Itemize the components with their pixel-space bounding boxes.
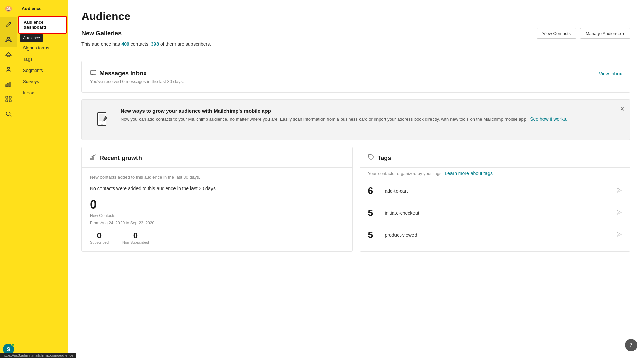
sidebar-item-audience-dashboard[interactable]: Audience dashboard bbox=[18, 16, 67, 34]
recent-growth-title: Recent growth bbox=[99, 155, 142, 162]
svg-point-28 bbox=[369, 156, 370, 157]
svg-point-20 bbox=[6, 112, 10, 116]
non-subscribed-label: Non-Subscribed bbox=[122, 240, 149, 244]
svg-rect-16 bbox=[6, 96, 8, 98]
banner-title: New ways to grow your audience with Mail… bbox=[121, 108, 622, 114]
messages-inbox-card: Messages Inbox View Inbox You've receive… bbox=[81, 61, 630, 93]
nav-icon-apps[interactable] bbox=[0, 92, 17, 106]
sidebar-item-segments[interactable]: Segments bbox=[18, 65, 67, 76]
manage-audience-button[interactable]: Manage Audience ▾ bbox=[580, 28, 630, 39]
see-how-it-works-link[interactable]: See how it works. bbox=[530, 116, 567, 122]
recent-growth-no-contacts: No contacts were added to this audience … bbox=[90, 185, 344, 192]
nav-icon-search[interactable] bbox=[0, 106, 17, 121]
audience-header: New Galleries View Contacts Manage Audie… bbox=[81, 28, 630, 39]
recent-growth-subtitle: New contacts added to this audience in t… bbox=[90, 175, 344, 180]
banner-content: New ways to grow your audience with Mail… bbox=[121, 108, 622, 123]
svg-point-24 bbox=[101, 124, 103, 125]
tag-send-icon-0[interactable] bbox=[617, 187, 622, 194]
tags-card-title: Tags bbox=[378, 155, 391, 162]
nav-icon-automations[interactable] bbox=[0, 62, 17, 77]
recent-growth-header: Recent growth bbox=[82, 147, 352, 168]
subscribers-count[interactable]: 398 bbox=[151, 41, 159, 47]
svg-point-5 bbox=[7, 8, 8, 9]
help-button[interactable]: ? bbox=[625, 339, 637, 351]
svg-point-12 bbox=[7, 67, 10, 69]
recent-growth-card: Recent growth New contacts added to this… bbox=[81, 147, 353, 252]
nav-icon-campaigns[interactable] bbox=[0, 47, 17, 62]
contacts-count[interactable]: 409 bbox=[122, 41, 129, 47]
learn-more-tags-link[interactable]: Learn more about tags bbox=[445, 171, 493, 176]
svg-point-6 bbox=[10, 8, 10, 9]
main-content: Audience New Galleries View Contacts Man… bbox=[68, 0, 644, 358]
banner-close-button[interactable]: ✕ bbox=[620, 105, 625, 113]
svg-point-8 bbox=[10, 8, 12, 10]
messages-inbox-title: Messages Inbox bbox=[99, 70, 147, 77]
recent-growth-stats-row: 0 Subscribed 0 Non-Subscribed bbox=[90, 231, 344, 244]
tags-subtitle: Your contacts, organized by your tags. bbox=[368, 171, 443, 176]
subscribed-num: 0 bbox=[90, 231, 109, 240]
svg-point-9 bbox=[7, 37, 10, 39]
audience-stats: This audience has 409 contacts. 398 of t… bbox=[81, 41, 630, 54]
tag-send-icon-2[interactable] bbox=[617, 232, 622, 238]
nav-icon-audience[interactable] bbox=[0, 32, 17, 47]
svg-rect-17 bbox=[9, 96, 11, 98]
tags-card: Tags Your contacts, organized by your ta… bbox=[360, 147, 631, 252]
non-subscribed-stat: 0 Non-Subscribed bbox=[122, 231, 149, 244]
sidebar-item-signup-forms[interactable]: Signup forms bbox=[18, 42, 67, 54]
audience-actions: View Contacts Manage Audience ▾ bbox=[537, 28, 630, 39]
recent-growth-date: From Aug 24, 2020 to Sep 23, 2020 bbox=[90, 221, 344, 225]
tag-name-0: add-to-cart bbox=[385, 188, 617, 194]
tag-count-2: 5 bbox=[368, 230, 385, 240]
icon-bar: S bbox=[0, 0, 17, 358]
tag-icon bbox=[368, 154, 375, 162]
view-inbox-link[interactable]: View Inbox bbox=[599, 71, 622, 76]
messages-inbox-header: Messages Inbox View Inbox bbox=[90, 69, 622, 78]
sidebar: Audience Audience dashboard Audience Sig… bbox=[17, 0, 68, 358]
svg-rect-21 bbox=[91, 70, 96, 74]
avatar-badge bbox=[11, 343, 15, 346]
audience-tooltip: Audience bbox=[20, 34, 43, 42]
svg-rect-14 bbox=[7, 83, 8, 87]
tag-count-0: 6 bbox=[368, 185, 385, 196]
tag-row-2: 5 product-viewed bbox=[360, 224, 630, 246]
svg-rect-19 bbox=[9, 100, 11, 102]
recent-growth-label: New Contacts bbox=[90, 213, 344, 218]
tag-row-1: 5 initiate-checkout bbox=[360, 202, 630, 224]
svg-rect-25 bbox=[91, 158, 92, 160]
tags-card-body: 6 add-to-cart 5 initiate-checkout bbox=[360, 180, 630, 246]
svg-rect-13 bbox=[6, 85, 7, 87]
messages-inbox-subtitle: You've received 0 messages in the last 3… bbox=[90, 79, 622, 84]
nav-icon-edit[interactable] bbox=[0, 17, 17, 32]
dropdown-chevron-icon: ▾ bbox=[622, 31, 625, 36]
sidebar-item-tags[interactable]: Tags bbox=[18, 54, 67, 65]
banner-desc: Now you can add contacts to your Mailchi… bbox=[121, 116, 622, 123]
chart-icon bbox=[90, 154, 97, 162]
svg-rect-18 bbox=[6, 100, 8, 102]
app-logo[interactable] bbox=[0, 0, 17, 17]
tags-subtitle-row: Your contacts, organized by your tags. L… bbox=[360, 168, 630, 180]
tag-count-1: 5 bbox=[368, 207, 385, 218]
mobile-app-banner: New ways to grow your audience with Mail… bbox=[81, 99, 630, 140]
recent-growth-body: New contacts added to this audience in t… bbox=[82, 168, 352, 251]
messages-inbox-title-row: Messages Inbox bbox=[90, 69, 147, 78]
svg-rect-26 bbox=[92, 157, 93, 160]
two-col-section: Recent growth New contacts added to this… bbox=[81, 147, 630, 252]
sidebar-item-inbox[interactable]: Inbox bbox=[18, 87, 67, 98]
tag-row-0: 6 add-to-cart bbox=[360, 180, 630, 202]
recent-growth-zero: 0 bbox=[90, 198, 344, 212]
subscribed-label: Subscribed bbox=[90, 240, 109, 244]
chat-icon bbox=[90, 69, 97, 78]
status-bar: https://us3.admin.mailchimp.com/audience bbox=[0, 353, 76, 358]
nav-icon-reports[interactable] bbox=[0, 77, 17, 92]
svg-rect-27 bbox=[94, 156, 95, 160]
tag-send-icon-1[interactable] bbox=[617, 210, 622, 216]
audience-name: New Galleries bbox=[81, 30, 122, 37]
tags-card-header: Tags bbox=[360, 147, 630, 168]
svg-rect-15 bbox=[9, 82, 10, 87]
subscribed-stat: 0 Subscribed bbox=[90, 231, 109, 244]
view-contacts-button[interactable]: View Contacts bbox=[537, 28, 576, 39]
page-title: Audience bbox=[81, 10, 630, 23]
tag-name-2: product-viewed bbox=[385, 232, 617, 238]
banner-illustration bbox=[90, 108, 114, 132]
sidebar-item-surveys[interactable]: Surveys bbox=[18, 76, 67, 87]
